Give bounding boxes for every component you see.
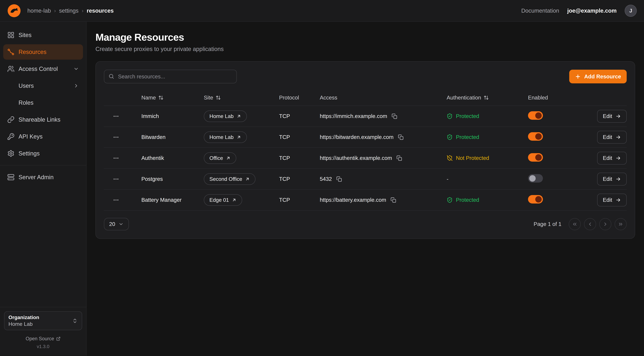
sidebar-item-access-control[interactable]: Access Control: [3, 61, 83, 76]
add-resource-label: Add Resource: [584, 74, 621, 80]
column-header-site[interactable]: Site: [204, 94, 279, 101]
chevron-down-icon: [118, 222, 124, 227]
breadcrumb-settings[interactable]: settings: [59, 8, 78, 14]
shield-off-icon: [447, 155, 453, 161]
protocol-value: TCP: [279, 155, 320, 161]
sidebar-item-server-admin[interactable]: Server Admin: [3, 170, 83, 185]
sidebar-item-label: Shareable Links: [18, 116, 60, 123]
sidebar-item-roles[interactable]: Roles: [3, 95, 83, 110]
sidebar-item-resources[interactable]: Resources: [3, 44, 83, 60]
copy-icon[interactable]: [390, 196, 397, 204]
external-link-icon: [236, 114, 241, 119]
user-email[interactable]: joe@example.com: [567, 8, 616, 14]
copy-icon[interactable]: [396, 154, 403, 162]
grid-icon: [7, 32, 14, 39]
site-link[interactable]: Home Lab: [204, 110, 247, 122]
enabled-toggle[interactable]: [528, 174, 543, 182]
sidebar-item-settings[interactable]: Settings: [3, 146, 83, 161]
edit-label: Edit: [603, 134, 612, 140]
documentation-link[interactable]: Documentation: [521, 8, 559, 14]
ellipsis-icon: [113, 113, 119, 120]
sidebar-item-users[interactable]: Users: [3, 78, 83, 94]
search-input[interactable]: [104, 70, 237, 83]
column-header-protocol: Protocol: [279, 94, 320, 101]
breadcrumb-resources[interactable]: resources: [87, 8, 114, 14]
row-menu-button[interactable]: [111, 132, 121, 142]
last-page-button[interactable]: [614, 218, 627, 230]
enabled-toggle[interactable]: [528, 111, 543, 120]
shield-check-icon: [447, 113, 453, 119]
search-icon: [108, 73, 114, 79]
arrow-right-icon: [616, 197, 621, 203]
next-page-button[interactable]: [599, 218, 612, 230]
protocol-value: TCP: [279, 197, 320, 203]
access-url: 5432: [320, 176, 332, 182]
previous-page-button[interactable]: [584, 218, 596, 230]
access-url: https://authentik.example.com: [320, 155, 392, 161]
site-link[interactable]: Second Office: [204, 173, 256, 185]
app-logo[interactable]: [7, 4, 21, 18]
site-link[interactable]: Office: [204, 152, 236, 164]
table-row: Authentik Office TCP https://authentik.e…: [104, 148, 627, 169]
sidebar-item-label: Server Admin: [18, 174, 54, 180]
auth-status: Protected: [447, 113, 528, 119]
copy-icon[interactable]: [391, 113, 398, 120]
edit-label: Edit: [603, 113, 612, 119]
edit-button[interactable]: Edit: [597, 173, 627, 186]
version-label: v1.3.0: [4, 344, 82, 349]
organization-title: Organization: [8, 314, 39, 320]
edit-button[interactable]: Edit: [597, 131, 627, 144]
enabled-toggle[interactable]: [528, 132, 543, 141]
sidebar-bottom: Organization Home Lab Open Source v1.3.0: [0, 307, 86, 356]
breadcrumb-home-lab[interactable]: home-lab: [28, 8, 51, 14]
sidebar-item-shareable-links[interactable]: Shareable Links: [3, 112, 83, 127]
organization-selector[interactable]: Organization Home Lab: [4, 311, 82, 330]
shield-check-icon: [447, 197, 453, 203]
external-link-icon: [56, 336, 60, 341]
row-menu-button[interactable]: [111, 174, 121, 184]
topbar: home-lab › settings › resources Document…: [0, 0, 644, 22]
topbar-right: Documentation joe@example.com J: [521, 5, 637, 17]
enabled-toggle[interactable]: [528, 153, 543, 162]
main-content: Manage Resources Create secure proxies t…: [86, 22, 644, 356]
chevrons-right-icon: [618, 221, 624, 227]
ellipsis-icon: [113, 134, 119, 140]
resource-name: Immich: [141, 113, 204, 119]
site-link[interactable]: Home Lab: [204, 132, 247, 143]
copy-icon[interactable]: [397, 134, 404, 141]
row-menu-button[interactable]: [111, 153, 121, 163]
add-resource-button[interactable]: Add Resource: [569, 70, 627, 83]
site-name: Edge 01: [210, 197, 229, 203]
column-header-enabled: Enabled: [528, 94, 582, 101]
sidebar-item-api-keys[interactable]: API Keys: [3, 129, 83, 144]
sort-icon: [158, 95, 164, 100]
toolbar: Add Resource: [104, 70, 627, 83]
access-url: https://bitwarden.example.com: [320, 134, 394, 140]
enabled-toggle[interactable]: [528, 195, 543, 204]
column-header-authentication[interactable]: Authentication: [447, 94, 528, 101]
first-page-button[interactable]: [569, 218, 581, 230]
resource-name: Bitwarden: [141, 134, 204, 140]
sort-icon: [484, 95, 489, 100]
page-size-select[interactable]: 20: [104, 218, 129, 230]
edit-button[interactable]: Edit: [597, 110, 627, 123]
edit-button[interactable]: Edit: [597, 194, 627, 206]
table-row: Bitwarden Home Lab TCP https://bitwarden…: [104, 127, 627, 148]
copy-icon[interactable]: [336, 176, 343, 183]
resource-name: Postgres: [141, 176, 204, 182]
edit-button[interactable]: Edit: [597, 152, 627, 164]
sidebar-item-sites[interactable]: Sites: [3, 28, 83, 43]
row-menu-button[interactable]: [111, 195, 121, 205]
auth-status: -: [447, 176, 528, 182]
arrow-right-icon: [616, 155, 621, 161]
open-source-link[interactable]: Open Source: [4, 336, 82, 342]
auth-status: Not Protected: [447, 155, 528, 161]
sidebar-item-label: Settings: [18, 150, 40, 157]
row-menu-button[interactable]: [111, 112, 121, 121]
avatar[interactable]: J: [625, 5, 637, 17]
site-link[interactable]: Edge 01: [204, 194, 242, 206]
server-icon: [7, 174, 14, 181]
toggle-knob: [535, 133, 542, 140]
chevrons-left-icon: [572, 221, 578, 227]
column-header-name[interactable]: Name: [141, 94, 204, 101]
